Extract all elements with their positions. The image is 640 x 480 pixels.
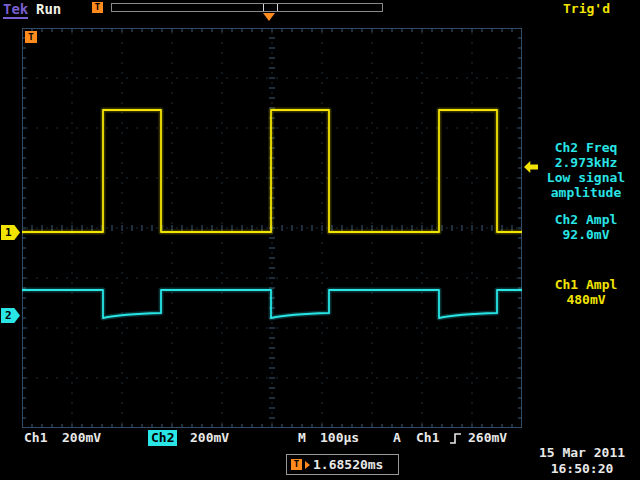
trigger-status: Trig'd bbox=[563, 1, 610, 16]
trigger-position-readout: T 1.68520ms bbox=[286, 454, 399, 475]
meas-ch2-freq-label: Ch2 Freq bbox=[534, 140, 638, 155]
ch1-label: Ch1 bbox=[24, 430, 47, 445]
meas-ch1-ampl-value: 480mV bbox=[534, 292, 638, 307]
ch2-scale: 200mV bbox=[190, 430, 229, 445]
date-display: 15 Mar 2011 bbox=[526, 445, 638, 460]
ch1-scale: 200mV bbox=[62, 430, 101, 445]
timebase-label: M bbox=[298, 430, 306, 445]
record-trigger-marker-icon: T bbox=[92, 2, 103, 13]
trigger-position-arrow-icon bbox=[263, 13, 275, 21]
acquisition-status: Run bbox=[36, 2, 61, 17]
ch2-ground-marker: 2 bbox=[1, 308, 20, 323]
meas-warning-line2: amplitude bbox=[534, 185, 638, 200]
record-view-bar bbox=[111, 3, 383, 12]
trigger-marker-arrow-icon bbox=[305, 461, 310, 469]
record-window-brackets bbox=[263, 4, 278, 11]
trigger-point-flag: T bbox=[25, 31, 37, 43]
trigger-position-value: 1.68520ms bbox=[313, 457, 383, 472]
ch2-label: Ch2 bbox=[148, 430, 177, 446]
meas-ch2-ampl-value: 92.0mV bbox=[534, 227, 638, 242]
trigger-level: 260mV bbox=[468, 430, 507, 445]
meas-warning-line1: Low signal bbox=[534, 170, 638, 185]
time-display: 16:50:20 bbox=[526, 461, 638, 476]
trigger-source: Ch1 bbox=[416, 430, 439, 445]
timebase-value: 100µs bbox=[320, 430, 359, 445]
oscilloscope-screen: Tek Run T Trig'd T 1 2 Ch2 Freq 2.973kHz… bbox=[0, 0, 640, 480]
tek-logo: Tek bbox=[3, 2, 28, 19]
meas-ch2-freq-value: 2.973kHz bbox=[534, 155, 638, 170]
rising-edge-icon bbox=[449, 431, 463, 445]
meas-ch1-ampl-label: Ch1 Ampl bbox=[534, 277, 638, 292]
meas-ch2-ampl-label: Ch2 Ampl bbox=[534, 212, 638, 227]
graticule bbox=[22, 28, 522, 428]
ch1-ground-marker: 1 bbox=[1, 225, 20, 240]
trigger-marker-icon: T bbox=[291, 459, 302, 470]
trigger-mode: A bbox=[393, 430, 401, 445]
